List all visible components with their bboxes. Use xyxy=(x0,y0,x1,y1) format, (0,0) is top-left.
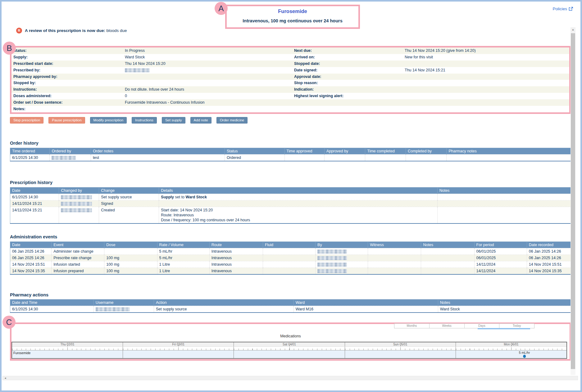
medication-name: Furosemide xyxy=(227,8,358,14)
instructions-button[interactable]: Instructions xyxy=(132,117,157,124)
table-row: 14 Nov 2024 15:51Infusion started100 mg1… xyxy=(10,261,571,268)
table-cell: 5 mL/hr xyxy=(157,248,209,255)
table-cell: 14/11/2024 15:21 xyxy=(10,207,59,224)
timeline-body-column: 5 mL/hr xyxy=(456,350,566,358)
prescription-actions-toolbar: Stop prescriptionPause prescriptionModif… xyxy=(10,117,252,124)
column-header: By xyxy=(316,242,368,248)
set-supply-button[interactable]: Set supply xyxy=(162,117,185,124)
noon-tick xyxy=(67,345,68,346)
timeline-range-scroll-indicator[interactable] xyxy=(478,328,530,329)
scroll-up-icon[interactable]: ▲ xyxy=(571,27,575,33)
table-row: 06 Jan 2025 14:26Prescribe rate change10… xyxy=(10,255,571,261)
table-cell xyxy=(59,207,99,224)
table-cell: Ward Stock xyxy=(438,306,571,313)
table-cell: 06 Jan 2025 14:26 xyxy=(10,248,52,255)
table-row: 14 Nov 2024 15:35Infusion prepared100 mg… xyxy=(10,268,571,275)
timeline-tick-column xyxy=(234,347,344,350)
table-cell xyxy=(316,255,368,261)
table-cell: 06 Jan 2025 14:26 xyxy=(527,248,571,255)
table-cell xyxy=(365,155,406,161)
order-medicine-button[interactable]: Order medicine xyxy=(216,117,248,124)
timeline-row-label: Furosemide xyxy=(13,351,30,355)
detail-value xyxy=(404,93,569,99)
detail-label xyxy=(292,106,404,112)
redacted-name xyxy=(61,202,92,206)
redacted-name xyxy=(61,208,92,212)
table-cell: 1 Litre xyxy=(157,268,209,275)
table-row: 6/1/2025 14:30Set supply sourceWard M16W… xyxy=(10,306,571,313)
table-cell xyxy=(316,248,368,255)
table-cell xyxy=(50,155,91,161)
vertical-scrollbar-thumb[interactable] xyxy=(571,33,575,369)
detail-row: Order set / Dose sentence:Furosemide Int… xyxy=(11,99,569,106)
redacted-name xyxy=(317,256,347,260)
table-cell: Ward M16 xyxy=(293,306,438,313)
detail-value xyxy=(124,80,292,86)
detail-row: Pharmacy approved by:Approval date: xyxy=(11,74,569,80)
table-cell xyxy=(368,261,421,268)
pause-prescription-button[interactable]: Pause prescription xyxy=(48,117,85,124)
timeline-range-today-button[interactable]: Today xyxy=(499,324,534,328)
detail-label: Instructions: xyxy=(11,86,124,93)
detail-value xyxy=(404,61,569,67)
table-row: 14/11/2024 15:21CreatedStart date: 14 No… xyxy=(10,207,571,224)
horizontal-scrollbar[interactable]: ◄ xyxy=(2,376,578,380)
redacted-name xyxy=(317,269,347,273)
table-cell: 14/11/2024 xyxy=(474,261,527,268)
rate-change-marker[interactable]: 5 mL/hr xyxy=(519,351,530,358)
medication-title-box: Furosemide Intravenous, 100 mg continuou… xyxy=(225,5,360,29)
column-header: Time ordered xyxy=(10,148,50,155)
detail-label xyxy=(292,99,404,106)
timeline-medication-row: Furosemide5 mL/hr xyxy=(12,350,566,358)
timeline-range-months-button[interactable]: Months xyxy=(394,324,429,328)
column-header: Ward xyxy=(293,300,438,306)
table-cell xyxy=(421,261,474,268)
column-header: Time completed xyxy=(365,148,406,155)
column-header: Details xyxy=(159,187,437,194)
vertical-scrollbar[interactable]: ▲ xyxy=(571,27,575,375)
timeline-range-days-button[interactable]: Days xyxy=(464,324,499,328)
table-cell xyxy=(421,255,474,261)
add-note-button[interactable]: Add note xyxy=(190,117,211,124)
column-header: Completed by xyxy=(406,148,446,155)
modify-prescription-button[interactable]: Modify prescription xyxy=(90,117,127,124)
stop-prescription-button[interactable]: Stop prescription xyxy=(10,117,43,124)
column-header: Approved by xyxy=(325,148,365,155)
timeline-tick-column xyxy=(456,347,566,350)
detail-label: Prescribed by: xyxy=(11,67,124,74)
timeline-chart-title: Medications xyxy=(11,334,570,338)
column-header: Date xyxy=(10,242,52,248)
detail-value: Ward Stock xyxy=(124,54,292,61)
scroll-left-icon[interactable]: ◄ xyxy=(4,376,7,380)
table-row: 6/1/2025 14:30testOrdered xyxy=(10,155,571,161)
detail-row: Status:In ProgressNext due:Thu 14 Nov 20… xyxy=(11,47,569,54)
external-link-icon xyxy=(569,7,573,11)
column-header: Event xyxy=(52,242,104,248)
timeline-range-weeks-button[interactable]: Weeks xyxy=(429,324,464,328)
table-cell: test xyxy=(91,155,225,161)
table-cell xyxy=(421,248,474,255)
detail-label: Indication: xyxy=(292,86,404,93)
administration-events-table: DateEventDoseRate / VolumeRouteFluidByWi… xyxy=(10,241,571,275)
timeline-day-header: Fri 03/01 xyxy=(123,342,234,346)
policies-link[interactable]: Policies xyxy=(552,7,573,11)
table-cell xyxy=(93,306,154,313)
table-cell: 1 Litre xyxy=(157,261,209,268)
rate-change-label: 5 mL/hr xyxy=(519,351,530,354)
table-cell: 6/1/2025 14:30 xyxy=(10,306,94,313)
pharmacy-actions-heading: Pharmacy actions xyxy=(10,292,48,297)
policies-label: Policies xyxy=(552,7,567,11)
table-cell: Start date: 14 Nov 2024 15:20Route: Intr… xyxy=(159,207,437,224)
table-cell: 14 Nov 2024 15:35 xyxy=(527,268,571,275)
detail-value xyxy=(124,74,292,80)
detail-value xyxy=(124,67,292,74)
timeline-body-column xyxy=(345,350,456,358)
table-header-row: DateChanged byChangeDetailsNotes xyxy=(10,187,571,194)
table-cell xyxy=(159,201,437,207)
column-header: Change xyxy=(99,187,159,194)
redacted-name xyxy=(125,68,150,72)
timeline-day-headers: Thu 02/01Fri 03/01Sat 04/01Sun 05/01Mon … xyxy=(12,342,566,347)
column-header: Fluid xyxy=(263,242,315,248)
table-cell: 06 Jan 2025 14:26 xyxy=(527,255,571,261)
timeline-day-header: Mon 06/01 xyxy=(456,342,566,346)
